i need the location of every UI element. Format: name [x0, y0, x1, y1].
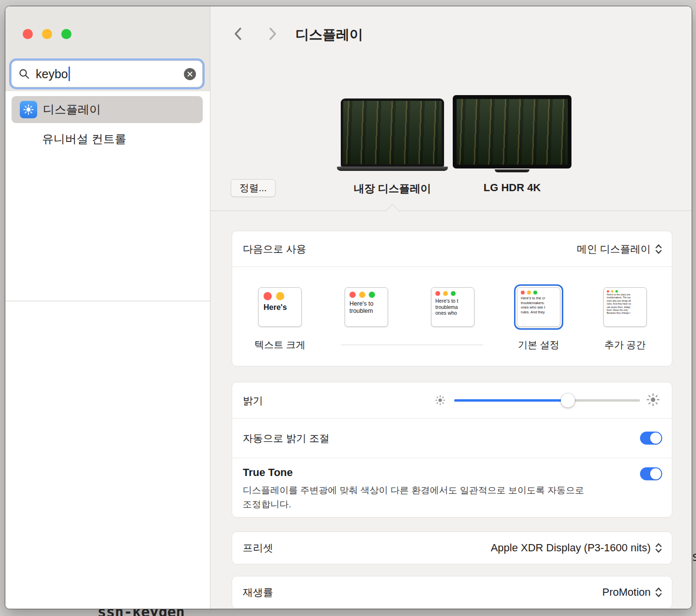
screen: ssh-keygen s keybo [0, 0, 696, 616]
true-tone-toggle[interactable] [640, 467, 662, 480]
brightness-row: 밝기 [232, 382, 672, 419]
selected-display-notch [385, 204, 400, 219]
sidebar: keybo [5, 6, 210, 609]
scaling-preview: Here's to the crazy one troublemakers. T… [603, 287, 647, 327]
refresh-rate-card: 재생률 ProMotion [232, 576, 672, 609]
auto-brightness-row: 자동으로 밝기 조절 [232, 419, 672, 458]
brightness-slider[interactable] [454, 399, 640, 402]
brightness-high-icon [646, 393, 660, 406]
results-divider [5, 301, 210, 301]
scaling-option-default[interactable]: Here's to the cr troublemakers. ones who… [505, 287, 572, 351]
external-display-thumbnail[interactable] [453, 95, 571, 172]
refresh-rate-value: ProMotion [602, 586, 651, 599]
scaling-option-label: 기본 설정 [505, 338, 572, 351]
zoom-button[interactable] [61, 29, 71, 39]
close-button[interactable] [23, 29, 33, 39]
scaling-preview: Here's to t troublema ones who [431, 287, 474, 327]
scaling-option-label: 추가 공간 [591, 338, 659, 351]
stepper-icon [655, 542, 662, 554]
use-as-label: 다음으로 사용 [243, 242, 306, 256]
minimize-button[interactable] [42, 29, 52, 39]
preset-value: Apple XDR Display (P3-1600 nits) [491, 542, 651, 554]
preset-card: 프리셋 Apple XDR Display (P3-1600 nits) [232, 532, 672, 564]
page-title: 디스플레이 [295, 26, 363, 44]
brightness-low-icon [435, 395, 445, 406]
scaling-option-label: 텍스트 크게 [246, 338, 314, 351]
text-caret [69, 67, 70, 81]
scaling-option-3[interactable]: Here's to t troublema ones who [419, 287, 487, 350]
desktop-terminal-text-right: s [692, 549, 696, 564]
sidebar-item-universal-control[interactable]: 유니버설 컨트롤 [42, 129, 126, 149]
forward-button[interactable] [265, 27, 280, 41]
stepper-icon [655, 243, 662, 255]
sidebar-item-label: 유니버설 컨트롤 [42, 131, 126, 147]
builtin-display-screen [341, 98, 444, 167]
display-settings-card: 다음으로 사용 메인 디스플레이 [232, 231, 672, 366]
sidebar-item-display[interactable]: 디스플레이 [12, 96, 203, 123]
brightness-slider-knob[interactable] [561, 393, 575, 407]
clear-search-button[interactable] [184, 68, 196, 80]
preset-dropdown[interactable]: Apple XDR Display (P3-1600 nits) [491, 542, 662, 554]
scaling-options: Here's 텍스트 크게 Here's to troublem [232, 267, 672, 366]
scaling-preview: Here's to troublem [345, 287, 388, 327]
external-display-screen [453, 95, 571, 168]
refresh-rate-dropdown[interactable]: ProMotion [602, 586, 662, 599]
window-controls [23, 29, 71, 39]
use-as-dropdown[interactable]: 메인 디스플레이 [577, 242, 662, 256]
true-tone-description: 디스플레이를 주변광에 맞춰 색상이 다른 환경에서도 일관적으로 보이도록 자… [243, 483, 610, 511]
scaling-option-label [333, 338, 400, 350]
brightness-slider-fill [454, 399, 568, 402]
stepper-icon [655, 587, 662, 598]
preset-label: 프리셋 [243, 541, 273, 555]
true-tone-row: True Tone 디스플레이를 주변광에 맞춰 색상이 다른 환경에서도 일관… [232, 458, 672, 516]
builtin-display-thumbnail[interactable] [337, 98, 448, 171]
display-brightness-icon [20, 101, 37, 118]
auto-brightness-toggle[interactable] [640, 432, 662, 445]
arrange-button[interactable]: 정렬... [231, 179, 276, 197]
back-button[interactable] [231, 27, 245, 41]
monitor-stand [495, 169, 529, 172]
scaling-preview: Here's [258, 287, 302, 327]
brightness-card: 밝기 [232, 382, 672, 518]
brightness-label: 밝기 [243, 394, 263, 407]
system-settings-window: keybo [5, 6, 692, 609]
refresh-rate-row: 재생률 ProMotion [232, 576, 672, 608]
section-divider [210, 210, 692, 211]
search-icon [18, 68, 30, 80]
refresh-rate-label: 재생률 [243, 586, 273, 599]
scaling-option-more-space[interactable]: Here's to the crazy one troublemakers. T… [591, 287, 659, 351]
main-pane: 디스플레이 내장 디스플레이 LG HDR 4K 정렬... 다음으로 사용 [210, 6, 692, 609]
search-text: keybo [36, 67, 68, 81]
laptop-base [337, 167, 448, 171]
scaling-preview-selected: Here's to the cr troublemakers. ones who… [517, 287, 560, 327]
external-display-name: LG HDR 4K [453, 182, 571, 194]
sidebar-item-label: 디스플레이 [43, 102, 101, 117]
scaling-option-larger-text[interactable]: Here's 텍스트 크게 [246, 287, 314, 351]
true-tone-label: True Tone [243, 466, 661, 479]
search-input[interactable]: keybo [11, 60, 203, 87]
scaling-option-2[interactable]: Here's to troublem [333, 287, 400, 350]
use-as-row: 다음으로 사용 메인 디스플레이 [232, 231, 672, 267]
preset-row: 프리셋 Apple XDR Display (P3-1600 nits) [232, 532, 672, 564]
use-as-value: 메인 디스플레이 [577, 242, 651, 256]
auto-brightness-label: 자동으로 밝기 조절 [243, 432, 330, 445]
scaling-option-label [419, 338, 487, 350]
builtin-display-name: 내장 디스플레이 [337, 182, 448, 196]
